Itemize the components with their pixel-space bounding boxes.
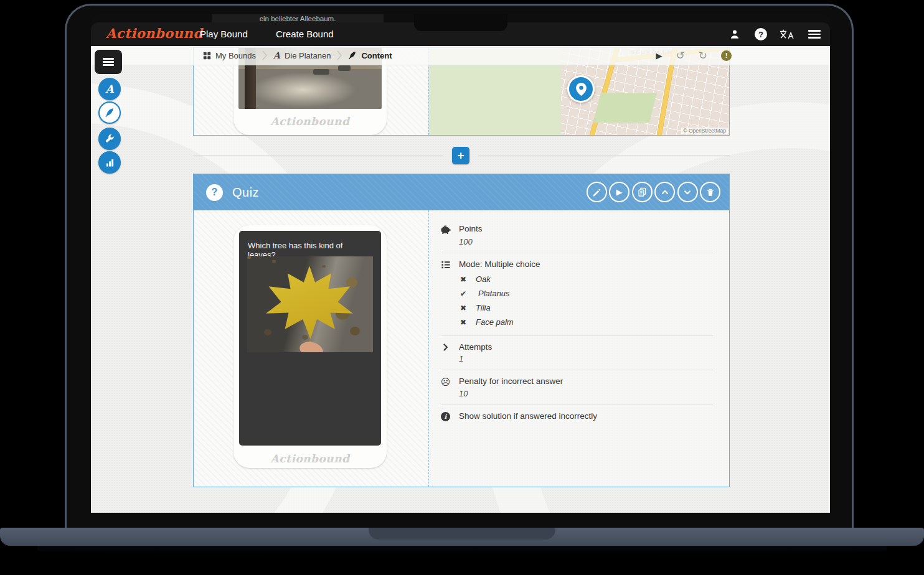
pencil-icon	[592, 188, 601, 197]
quill-icon	[105, 108, 115, 118]
move-up-button[interactable]	[654, 182, 675, 202]
quiz-type-icon: ?	[206, 184, 223, 201]
quiz-card-actions: ▶	[587, 182, 721, 202]
menu-icon	[103, 58, 114, 66]
bound-icon: A	[273, 50, 280, 60]
chevron-right-icon	[440, 343, 451, 352]
user-icon[interactable]	[725, 22, 744, 46]
redo-icon[interactable]: ↻	[699, 50, 707, 61]
attempts-row: Attempts	[440, 342, 719, 352]
sidebar-item-settings[interactable]	[98, 128, 121, 150]
chevron-down-icon	[683, 188, 692, 197]
answer-option: ✖ Face palm	[459, 317, 719, 327]
delete-button[interactable]	[700, 182, 720, 202]
bound-actions: ▶ ↺ ↻ !	[656, 46, 732, 65]
breadcrumb-my-bounds[interactable]: My Bounds	[203, 51, 256, 60]
nav-play-bound[interactable]: Play Bound	[200, 22, 248, 46]
phone-watermark: Actionbound	[239, 452, 381, 465]
wrong-mark-icon: ✖	[459, 304, 468, 312]
quiz-preview-pane: Which tree has this kind of leaves? Acti…	[194, 210, 429, 487]
points-value: 100	[459, 237, 719, 246]
quiz-card-title: Quiz	[232, 185, 259, 200]
chevron-up-icon	[661, 188, 669, 197]
breadcrumb-chevron-icon	[337, 50, 342, 60]
sidebar-item-content[interactable]	[98, 101, 121, 124]
duplicate-button[interactable]	[632, 182, 653, 202]
camera-notch	[414, 14, 507, 31]
points-row: Points	[440, 224, 719, 235]
preview-button[interactable]: ▶	[609, 182, 629, 202]
move-down-button[interactable]	[677, 182, 698, 202]
warning-icon[interactable]: !	[721, 50, 732, 61]
sidebar-item-bound[interactable]: A	[98, 78, 121, 100]
phone-watermark: Actionbound	[238, 115, 382, 128]
editor-page: Actionbound NEUKÖLLN © OpenStreetMap	[91, 46, 830, 513]
quiz-card-header: ? Quiz ▶	[194, 174, 729, 210]
navbar-menu-icon[interactable]	[805, 22, 824, 46]
trash-icon	[706, 188, 715, 197]
correct-mark-icon: ✔	[459, 289, 468, 298]
list-icon	[440, 260, 451, 269]
answer-option: ✖ Oak	[459, 274, 719, 284]
answer-option: ✔ Platanus	[459, 289, 719, 298]
undo-icon[interactable]: ↺	[676, 50, 685, 61]
sidebar-menu-button[interactable]	[95, 50, 122, 74]
show-solution-row: i Show solution if answered incorrectly	[440, 411, 719, 421]
edit-button[interactable]	[587, 182, 607, 202]
sad-face-icon: ☹	[440, 377, 451, 386]
map-location-pin-icon	[567, 75, 595, 103]
insert-divider	[193, 155, 443, 156]
quill-icon	[348, 51, 357, 60]
piggy-bank-icon	[440, 225, 451, 235]
quiz-phone-screen: Which tree has this kind of leaves?	[239, 231, 381, 446]
help-icon[interactable]: ?	[752, 22, 770, 46]
insert-divider	[478, 155, 730, 156]
quiz-phone-mockup: Which tree has this kind of leaves? Acti…	[233, 225, 387, 468]
breadcrumb-chevron-icon	[262, 50, 267, 60]
breadcrumb-content[interactable]: Content	[348, 51, 392, 60]
grid-icon	[203, 52, 211, 60]
quiz-question-text: Which tree has this kind of leaves?	[239, 231, 381, 259]
quiz-settings-pane: Points 100 Mode: Multiple choice ✖ Oak	[429, 210, 729, 487]
quiz-card-body: Which tree has this kind of leaves? Acti…	[194, 210, 729, 487]
answer-option: ✖ Tilia	[459, 303, 719, 312]
scrolled-content-peek: ein beliebter Alleebaum.	[212, 14, 384, 22]
add-element-button[interactable]: +	[452, 147, 469, 164]
wrench-icon	[105, 134, 115, 144]
bar-chart-icon	[105, 158, 115, 167]
laptop-thumb-groove	[369, 528, 555, 540]
translate-icon[interactable]	[778, 22, 796, 46]
laptop-shadow	[37, 546, 887, 554]
penalty-value: 10	[459, 389, 719, 398]
bound-icon: A	[105, 83, 113, 95]
map-attribution: © OpenStreetMap	[681, 128, 728, 134]
sidebar-item-results[interactable]	[98, 151, 121, 174]
penalty-row: ☹ Penalty for incorrect answer	[440, 376, 719, 386]
copy-icon	[638, 187, 647, 197]
quiz-element-card: ? Quiz ▶	[193, 174, 730, 487]
map-park	[593, 93, 657, 123]
breadcrumb-bound[interactable]: A Die Platanen	[273, 50, 331, 60]
test-play-icon[interactable]: ▶	[656, 51, 662, 60]
wrong-mark-icon: ✖	[459, 275, 468, 284]
nav-create-bound[interactable]: Create Bound	[276, 22, 334, 46]
leaf-photo	[247, 256, 373, 352]
attempts-value: 1	[459, 354, 719, 363]
actionbound-logo[interactable]: Actionbound	[106, 26, 202, 41]
play-icon: ▶	[616, 188, 623, 196]
screen-viewport: ein beliebter Alleebaum. Actionbound Pla…	[91, 14, 830, 513]
info-icon: i	[440, 412, 451, 421]
mode-row: Mode: Multiple choice	[440, 259, 719, 269]
wrong-mark-icon: ✖	[459, 318, 468, 327]
